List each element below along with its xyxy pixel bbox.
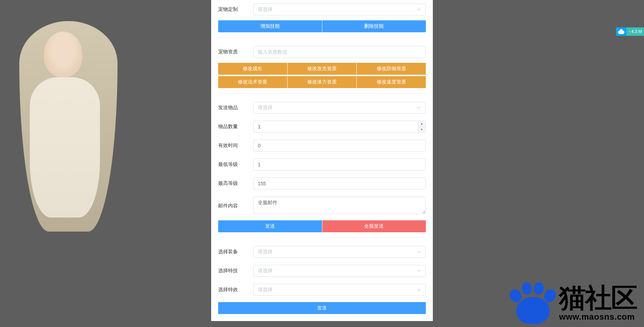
upload-arrow-icon: ↑	[629, 29, 631, 34]
pet-qualification-label: 宠物资质	[218, 49, 253, 55]
modify-magic-button[interactable]: 修改法术资质	[218, 76, 287, 88]
qty-increment-button[interactable]: ▲	[418, 121, 425, 127]
equip-select[interactable]: 请选择	[253, 246, 426, 258]
item-qty-label: 物品数量	[218, 124, 253, 130]
mail-content-label: 邮件内容	[218, 203, 253, 209]
equip-send-button[interactable]: 发送	[218, 302, 426, 314]
divider	[218, 237, 426, 238]
network-widget: ↑ 4.3 M	[616, 27, 644, 36]
item-qty-input[interactable]	[253, 121, 426, 133]
speed-value: 4.3 M	[631, 29, 642, 34]
send-item-select[interactable]: 请选择	[253, 102, 426, 114]
select-placeholder-text: 请选择	[258, 268, 273, 274]
effect-select[interactable]: 请选择	[253, 284, 426, 296]
chevron-down-icon	[416, 249, 421, 254]
admin-panel: 宠物定制 请选择 增加技能 删除技能 宠物资质 修改成长 修改攻击资质 修改防御…	[211, 0, 433, 321]
modify-defense-button[interactable]: 修改防御资质	[357, 63, 426, 75]
valid-time-input[interactable]	[253, 140, 426, 152]
select-placeholder-text: 请选择	[258, 6, 273, 13]
select-placeholder-text: 请选择	[258, 249, 273, 255]
min-level-label: 最低等级	[218, 161, 253, 168]
select-placeholder-text: 请选择	[258, 287, 273, 293]
select-equip-label: 选择装备	[218, 249, 253, 255]
qty-decrement-button[interactable]: ▼	[418, 127, 425, 133]
send-button[interactable]: 发送	[218, 220, 322, 232]
select-special-label: 选择特技	[218, 268, 253, 274]
mail-content-textarea[interactable]	[253, 196, 426, 214]
watermark-title: 猫社区	[559, 285, 637, 311]
divider	[218, 93, 426, 93]
send-all-button[interactable]: 全服发送	[322, 220, 426, 232]
modify-speed-button[interactable]: 修改速度资质	[357, 76, 426, 88]
qualification-input[interactable]	[253, 46, 426, 58]
remove-skill-button[interactable]: 删除技能	[322, 20, 426, 32]
chevron-down-icon	[416, 268, 421, 273]
min-level-input[interactable]	[253, 159, 426, 171]
modify-growth-button[interactable]: 修改成长	[218, 63, 287, 75]
chevron-down-icon	[416, 287, 421, 292]
special-select[interactable]: 请选择	[253, 265, 426, 277]
paw-icon	[510, 282, 556, 324]
add-skill-button[interactable]: 增加技能	[218, 20, 322, 32]
cloud-icon-badge[interactable]	[616, 27, 626, 36]
chevron-down-icon	[416, 105, 421, 110]
select-effect-label: 选择特效	[218, 287, 253, 293]
select-placeholder-text: 请选择	[258, 105, 273, 111]
watermark: 猫社区 www.maosns.com	[510, 282, 637, 324]
send-item-label: 发送物品	[218, 105, 253, 111]
pet-custom-select[interactable]: 请选择	[253, 4, 426, 15]
max-level-input[interactable]	[253, 178, 426, 189]
max-level-label: 最高等级	[218, 180, 253, 187]
chevron-down-icon	[416, 7, 421, 12]
valid-time-label: 有效时间	[218, 142, 253, 149]
background-figure-image	[2, 14, 135, 267]
upload-speed-badge[interactable]: ↑ 4.3 M	[626, 27, 644, 36]
cloud-icon	[618, 29, 624, 34]
watermark-url: www.maosns.com	[559, 312, 637, 322]
modify-attack-button[interactable]: 修改攻击资质	[288, 63, 357, 75]
divider	[218, 37, 426, 38]
pet-custom-label: 宠物定制	[218, 6, 253, 13]
modify-stamina-button[interactable]: 修改体力资质	[288, 76, 357, 88]
